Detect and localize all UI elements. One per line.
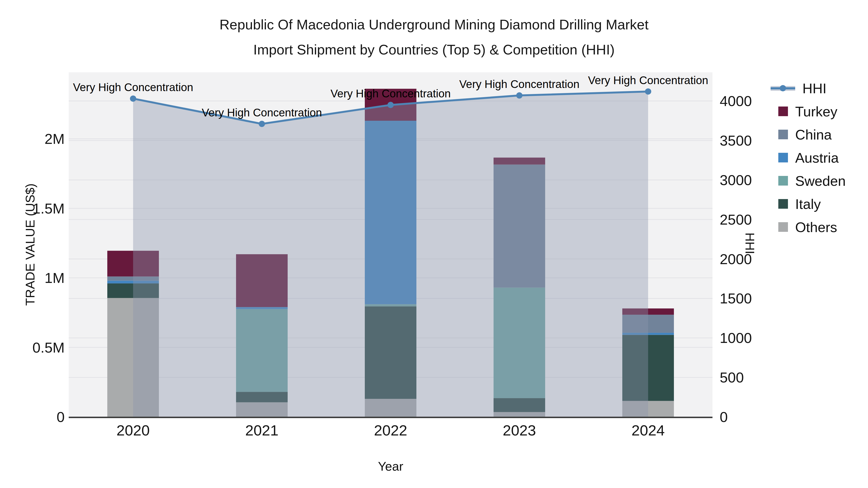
chart-title-line1: Republic Of Macedonia Underground Mining…: [0, 17, 868, 33]
legend-label-austria: Austria: [795, 150, 839, 166]
y-right-tick-0: 0: [720, 409, 728, 425]
y-left-tick-0: 0: [57, 409, 65, 425]
y-right-tick-500: 500: [720, 369, 744, 386]
annotation-2020: Very High Concentration: [73, 81, 193, 94]
legend-label-italy: Italy: [795, 196, 821, 212]
legend-item-sweden[interactable]: Sweden: [771, 169, 846, 192]
x-tick-2024: 2024: [631, 422, 665, 439]
y-left-tick-1.5M: 1.5M: [33, 200, 65, 217]
legend-item-austria[interactable]: Austria: [771, 146, 846, 169]
x-tick-2022: 2022: [374, 422, 407, 439]
y-right-tick-1000: 1000: [720, 330, 752, 346]
hhi-marker-2022[interactable]: [388, 102, 394, 108]
legend-item-others[interactable]: Others: [771, 216, 846, 238]
y-left-tick-1M: 1M: [44, 270, 65, 286]
legend-item-china[interactable]: China: [771, 123, 846, 146]
hhi-marker-2024[interactable]: [645, 89, 651, 95]
legend-swatch-austria: [778, 153, 788, 162]
legend-label-others: Others: [795, 219, 837, 235]
legend-label-china: China: [795, 127, 832, 143]
annotation-2023: Very High Concentration: [459, 77, 580, 91]
y-right-tick-3500: 3500: [720, 132, 752, 149]
chart-canvas: [0, 0, 868, 488]
y-right-tick-2500: 2500: [720, 211, 752, 228]
y-right-tick-3000: 3000: [720, 171, 752, 188]
legend-swatch-china: [778, 130, 788, 139]
x-tick-2023: 2023: [503, 422, 536, 439]
legend-swatch-italy: [778, 199, 788, 209]
x-axis-title: Year: [378, 459, 403, 474]
y-left-tick-0.5M: 0.5M: [33, 339, 65, 356]
y-right-tick-4000: 4000: [720, 93, 752, 109]
legend-label-turkey: Turkey: [795, 103, 837, 120]
legend-swatch-sweden: [778, 176, 788, 186]
legend-item-italy[interactable]: Italy: [771, 192, 846, 216]
annotation-2022: Very High Concentration: [331, 87, 451, 100]
legend-label-sweden: Sweden: [795, 173, 846, 189]
hhi-marker-2021[interactable]: [259, 121, 265, 127]
legend-item-hhi[interactable]: HHI: [771, 77, 846, 100]
chart-title-line2: Import Shipment by Countries (Top 5) & C…: [0, 41, 868, 58]
y-left-tick-2M: 2M: [44, 131, 65, 147]
hhi-marker-2020[interactable]: [130, 95, 136, 102]
annotation-2021: Very High Concentration: [202, 106, 322, 119]
chart-root: Republic Of Macedonia Underground Mining…: [0, 0, 868, 488]
legend-swatch-others: [778, 222, 788, 232]
hhi-marker-2023[interactable]: [516, 92, 523, 99]
legend-item-turkey[interactable]: Turkey: [771, 100, 846, 123]
x-tick-2021: 2021: [245, 422, 278, 439]
legend-hhi-line-icon: [771, 84, 795, 93]
x-tick-2020: 2020: [117, 422, 150, 439]
legend: HHITurkeyChinaAustriaSwedenItalyOthers: [771, 77, 846, 238]
y-right-tick-2000: 2000: [720, 251, 752, 267]
legend-swatch-turkey: [778, 106, 788, 116]
y-right-tick-1500: 1500: [720, 290, 752, 307]
annotation-2024: Very High Concentration: [588, 74, 708, 87]
hhi-area-fill: [133, 92, 648, 417]
legend-label-hhi: HHI: [802, 80, 827, 96]
